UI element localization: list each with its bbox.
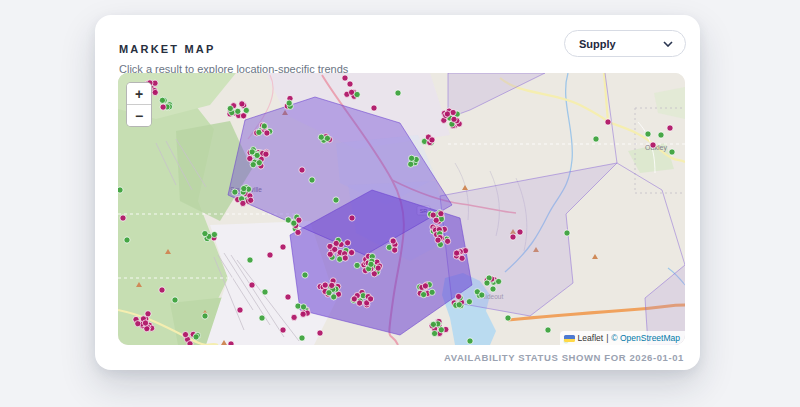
map-result-dot[interactable] <box>249 282 255 288</box>
map-result-dot[interactable] <box>144 326 150 332</box>
map-result-dot[interactable] <box>408 161 414 167</box>
map-result-dot[interactable] <box>454 250 460 256</box>
map-result-dot[interactable] <box>240 113 246 119</box>
map-result-dot[interactable] <box>159 287 165 293</box>
map-result-dot[interactable] <box>371 105 377 111</box>
map-result-dot[interactable] <box>295 229 301 235</box>
map-result-dot[interactable] <box>395 90 401 96</box>
map-result-dot[interactable] <box>438 327 444 333</box>
map-result-dot[interactable] <box>333 240 339 246</box>
map-result-dot[interactable] <box>247 257 253 263</box>
map-result-dot[interactable] <box>466 299 472 305</box>
map-result-dot[interactable] <box>202 231 208 237</box>
map-result-dot[interactable] <box>345 240 351 246</box>
map-result-dot[interactable] <box>545 327 551 333</box>
map-result-dot[interactable] <box>318 134 324 140</box>
map-result-dot[interactable] <box>456 302 462 308</box>
map-result-dot[interactable] <box>247 155 253 161</box>
map-result-dot[interactable] <box>484 280 490 286</box>
map-result-dot[interactable] <box>142 320 148 326</box>
map-result-dot[interactable] <box>135 321 141 327</box>
map-result-dot[interactable] <box>445 238 451 244</box>
map-result-dot[interactable] <box>182 332 188 338</box>
leaflet-link[interactable]: Leaflet <box>578 333 604 343</box>
map-result-dot[interactable] <box>658 132 664 138</box>
map-result-dot[interactable] <box>152 89 158 95</box>
map-result-dot[interactable] <box>332 246 338 252</box>
map-result-dot[interactable] <box>479 292 485 298</box>
map-result-dot[interactable] <box>280 327 286 333</box>
map-result-dot[interactable] <box>264 130 270 136</box>
map-result-dot[interactable] <box>300 304 306 310</box>
map-result-dot[interactable] <box>261 123 267 129</box>
map-result-dot[interactable] <box>564 230 570 236</box>
map-result-dot[interactable] <box>124 237 130 243</box>
map-result-dot[interactable] <box>254 152 260 158</box>
map-result-dot[interactable] <box>467 338 473 344</box>
map-result-dot[interactable] <box>354 262 360 268</box>
map-result-dot[interactable] <box>496 278 502 284</box>
map-result-dot[interactable] <box>435 237 441 243</box>
map-result-dot[interactable] <box>650 142 656 148</box>
map-result-dot[interactable] <box>227 105 233 111</box>
map-result-dot[interactable] <box>159 97 165 103</box>
openstreetmap-link[interactable]: © OpenStreetMap <box>611 333 680 343</box>
map-result-dot[interactable] <box>368 261 374 267</box>
map-result-dot[interactable] <box>317 330 323 336</box>
map-result-dot[interactable] <box>291 314 297 320</box>
map-result-dot[interactable] <box>456 293 462 299</box>
map-result-dot[interactable] <box>280 244 286 250</box>
map-result-dot[interactable] <box>120 215 126 221</box>
map-result-dot[interactable] <box>235 108 241 114</box>
map-result-dot[interactable] <box>390 238 396 244</box>
map-result-dot[interactable] <box>333 197 339 203</box>
map-result-dot[interactable] <box>342 255 348 261</box>
map-result-dot[interactable] <box>342 75 348 81</box>
map-result-dot[interactable] <box>302 272 308 278</box>
map-result-dot[interactable] <box>299 335 305 341</box>
metric-select[interactable]: Supply <box>564 30 686 57</box>
map-result-dot[interactable] <box>248 197 254 203</box>
map-result-dot[interactable] <box>392 247 398 253</box>
map-result-dot[interactable] <box>309 177 315 183</box>
map-result-dot[interactable] <box>490 286 496 292</box>
map-result-dot[interactable] <box>256 160 262 166</box>
map-result-dot[interactable] <box>232 189 238 195</box>
map-result-dot[interactable] <box>145 311 151 317</box>
map-result-dot[interactable] <box>505 315 511 321</box>
map-result-dot[interactable] <box>645 131 651 137</box>
map-result-dot[interactable] <box>250 162 256 168</box>
map-result-dot[interactable] <box>349 215 355 221</box>
map-result-dot[interactable] <box>299 167 305 173</box>
map-result-dot[interactable] <box>291 220 297 226</box>
map-result-dot[interactable] <box>347 81 353 87</box>
map-result-dot[interactable] <box>421 292 427 298</box>
map-result-dot[interactable] <box>202 313 208 319</box>
map-result-dot[interactable] <box>438 211 444 217</box>
map-result-dot[interactable] <box>409 155 415 161</box>
map-result-dot[interactable] <box>211 231 217 237</box>
map-result-dot[interactable] <box>300 311 306 317</box>
map-result-dot[interactable] <box>160 104 166 110</box>
map-result-dot[interactable] <box>322 282 328 288</box>
map-result-dot[interactable] <box>263 151 269 157</box>
map-result-dot[interactable] <box>669 149 675 155</box>
map-result-dot[interactable] <box>433 217 439 223</box>
map-result-dot[interactable] <box>329 282 335 288</box>
map-result-dot[interactable] <box>605 119 611 125</box>
map-result-dot[interactable] <box>517 229 523 235</box>
map-result-dot[interactable] <box>432 330 438 336</box>
map-result-dot[interactable] <box>459 255 465 261</box>
map-result-dot[interactable] <box>510 234 516 240</box>
map-result-dot[interactable] <box>286 100 292 106</box>
map-result-dot[interactable] <box>375 265 381 271</box>
map-result-dot[interactable] <box>285 294 291 300</box>
map-result-dot[interactable] <box>444 111 450 117</box>
map-result-dot[interactable] <box>667 125 673 131</box>
map-result-dot[interactable] <box>593 136 599 142</box>
map-result-dot[interactable] <box>187 341 193 345</box>
map-result-dot[interactable] <box>118 187 123 193</box>
map-result-dot[interactable] <box>259 315 265 321</box>
map-result-dot[interactable] <box>240 200 246 206</box>
zoom-in-button[interactable]: + <box>127 83 151 104</box>
